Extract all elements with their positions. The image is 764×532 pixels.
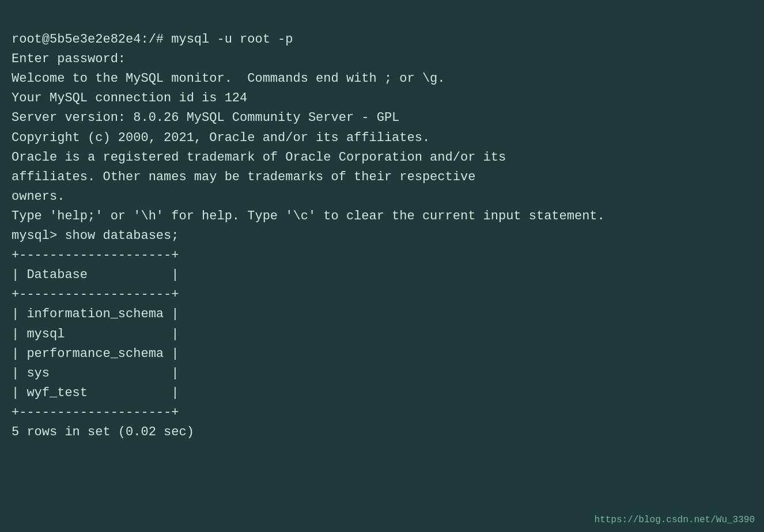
terminal-line: Type 'help;' or '\h' for help. Type '\c'… (12, 207, 752, 226)
terminal-line: +--------------------+ (12, 403, 752, 423)
terminal-line: | information_schema | (12, 305, 752, 324)
terminal-line: +--------------------+ (12, 285, 752, 305)
terminal-output: root@5b5e3e2e82e4:/# mysql -u root -pEnt… (12, 10, 752, 442)
terminal-line: 5 rows in set (0.02 sec) (12, 423, 752, 442)
terminal-line: | sys | (12, 364, 752, 383)
terminal-line: +--------------------+ (12, 246, 752, 265)
terminal-line: | mysql | (12, 325, 752, 344)
terminal-line: mysql> show databases; (12, 226, 752, 246)
terminal-line: Server version: 8.0.26 MySQL Community S… (12, 108, 752, 128)
terminal-line: Your MySQL connection id is 124 (12, 89, 752, 108)
terminal-line: Copyright (c) 2000, 2021, Oracle and/or … (12, 128, 752, 148)
terminal-line: owners. (12, 187, 752, 207)
terminal-line: | performance_schema | (12, 344, 752, 364)
watermark: https://blog.csdn.net/Wu_3390 (595, 515, 755, 525)
terminal-line: | wyf_test | (12, 383, 752, 403)
terminal-line: Oracle is a registered trademark of Orac… (12, 148, 752, 168)
terminal-line: affiliates. Other names may be trademark… (12, 168, 752, 187)
terminal-line: Enter password: (12, 50, 752, 69)
terminal-line: | Database | (12, 265, 752, 285)
terminal-line: Welcome to the MySQL monitor. Commands e… (12, 69, 752, 89)
terminal-line: root@5b5e3e2e82e4:/# mysql -u root -p (12, 30, 752, 50)
